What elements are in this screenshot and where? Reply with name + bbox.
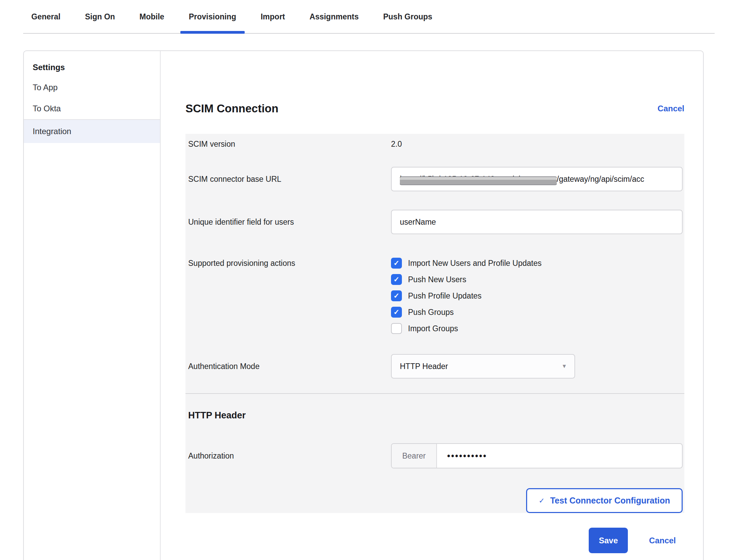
http-header-heading: HTTP Header bbox=[185, 410, 684, 421]
authorization-row: Authorization Bearer •••••••••• bbox=[188, 443, 683, 468]
unique-id-row: Unique identifier field for users userNa… bbox=[188, 210, 683, 234]
authorization-label: Authorization bbox=[188, 450, 391, 461]
tab-sign-on[interactable]: Sign On bbox=[85, 12, 115, 33]
main-content: SCIM Connection Cancel SCIM version 2.0 … bbox=[161, 51, 703, 560]
settings-sidebar: Settings To App To Okta Integration bbox=[24, 51, 161, 560]
cancel-button[interactable]: Cancel bbox=[649, 536, 676, 545]
auth-mode-select[interactable]: HTTP Header ▼ bbox=[391, 354, 575, 379]
chevron-down-icon: ▼ bbox=[561, 363, 567, 369]
redaction-bar bbox=[400, 176, 557, 185]
page-title: SCIM Connection bbox=[185, 102, 278, 115]
scim-version-value: 2.0 bbox=[391, 140, 683, 149]
checkbox-checked-icon[interactable]: ✓ bbox=[391, 258, 402, 269]
save-button[interactable]: Save bbox=[589, 528, 628, 553]
tab-import[interactable]: Import bbox=[261, 12, 285, 33]
section-divider bbox=[185, 393, 684, 394]
option-label: Import Groups bbox=[408, 324, 458, 333]
scim-connection-form: SCIM version 2.0 SCIM connector base URL… bbox=[185, 134, 684, 513]
tab-mobile[interactable]: Mobile bbox=[140, 12, 164, 33]
base-url-visible-text: /gateway/ng/api/scim/acc bbox=[557, 175, 644, 184]
scim-version-label: SCIM version bbox=[188, 139, 391, 149]
option-label: Push Groups bbox=[408, 308, 454, 317]
unique-id-input[interactable]: userName bbox=[391, 210, 683, 234]
bearer-prefix: Bearer bbox=[392, 444, 437, 468]
provisioning-actions-row: Supported provisioning actions ✓ Import … bbox=[188, 255, 683, 337]
sidebar-item-to-app[interactable]: To App bbox=[24, 77, 160, 98]
checkbox-checked-icon[interactable]: ✓ bbox=[391, 274, 402, 285]
authorization-input-group: Bearer •••••••••• bbox=[391, 443, 683, 468]
active-tab-underline bbox=[180, 31, 245, 34]
checkbox-checked-icon[interactable]: ✓ bbox=[391, 307, 402, 318]
option-push-groups[interactable]: ✓ Push Groups bbox=[391, 304, 683, 320]
option-push-new-users[interactable]: ✓ Push New Users bbox=[391, 271, 683, 288]
base-url-row: SCIM connector base URL https://b5bd-195… bbox=[188, 167, 683, 191]
sidebar-heading: Settings bbox=[24, 59, 160, 77]
tab-push-groups[interactable]: Push Groups bbox=[383, 12, 432, 33]
tab-general[interactable]: General bbox=[31, 12, 61, 33]
option-label: Push Profile Updates bbox=[408, 291, 482, 301]
checkbox-unchecked-icon[interactable] bbox=[391, 323, 402, 334]
unique-id-label: Unique identifier field for users bbox=[188, 217, 391, 227]
form-action-row: Save Cancel bbox=[185, 528, 684, 553]
unique-id-value: userName bbox=[400, 218, 436, 227]
checkbox-checked-icon[interactable]: ✓ bbox=[391, 290, 402, 301]
option-push-profile-updates[interactable]: ✓ Push Profile Updates bbox=[391, 288, 683, 304]
tab-provisioning[interactable]: Provisioning bbox=[189, 12, 236, 33]
app-tabbar: General Sign On Mobile Provisioning Impo… bbox=[23, 0, 715, 34]
sidebar-item-to-okta[interactable]: To Okta bbox=[24, 98, 160, 119]
token-password-input[interactable]: •••••••••• bbox=[437, 444, 682, 468]
tab-provisioning-label: Provisioning bbox=[189, 12, 236, 21]
check-icon: ✓ bbox=[539, 497, 545, 505]
option-label: Import New Users and Profile Updates bbox=[408, 259, 541, 268]
base-url-redacted-segment: https://b5bd-195-19-67-148.ngrok.io bbox=[400, 171, 557, 187]
provisioning-panel: Settings To App To Okta Integration SCIM… bbox=[23, 50, 704, 560]
auth-mode-row: Authentication Mode HTTP Header ▼ bbox=[188, 354, 683, 379]
auth-mode-selected-value: HTTP Header bbox=[400, 362, 448, 371]
test-connector-row: ✓ Test Connector Configuration bbox=[185, 488, 684, 513]
auth-mode-label: Authentication Mode bbox=[188, 361, 391, 372]
option-label: Push New Users bbox=[408, 275, 466, 284]
test-connector-label: Test Connector Configuration bbox=[550, 496, 670, 506]
sidebar-item-integration[interactable]: Integration bbox=[24, 119, 160, 143]
provisioning-actions-label: Supported provisioning actions bbox=[188, 255, 391, 271]
base-url-input[interactable]: https://b5bd-195-19-67-148.ngrok.io /gat… bbox=[391, 167, 683, 191]
base-url-label: SCIM connector base URL bbox=[188, 174, 391, 185]
scim-version-row: SCIM version 2.0 bbox=[188, 139, 683, 149]
test-connector-button[interactable]: ✓ Test Connector Configuration bbox=[526, 488, 683, 513]
option-import-new-users[interactable]: ✓ Import New Users and Profile Updates bbox=[391, 255, 683, 271]
header-cancel-link[interactable]: Cancel bbox=[657, 104, 684, 113]
page-header: SCIM Connection Cancel bbox=[185, 102, 684, 115]
tab-assignments[interactable]: Assignments bbox=[310, 12, 359, 33]
option-import-groups[interactable]: Import Groups bbox=[391, 320, 683, 337]
